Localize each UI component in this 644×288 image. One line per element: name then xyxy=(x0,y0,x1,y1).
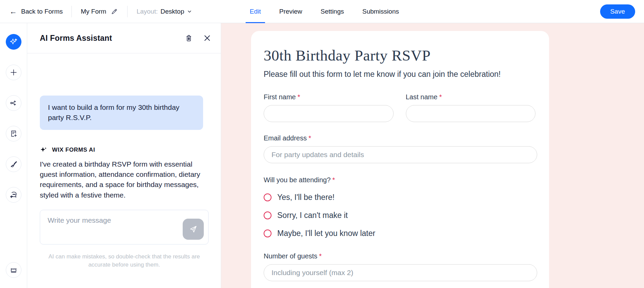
layout-value: Desktop xyxy=(161,8,184,15)
form-name-label: My Form xyxy=(81,8,106,15)
ai-assistant-button[interactable] xyxy=(6,34,21,50)
save-button[interactable]: Save xyxy=(600,4,635,19)
email-label: Email address* xyxy=(264,134,537,142)
form-name[interactable]: My Form xyxy=(81,7,118,16)
ai-disclaimer: AI can make mistakes, so double-check th… xyxy=(40,253,209,269)
form-preview-canvas: 30th Birthday Party RSVP Please fill out… xyxy=(221,23,644,288)
tab-preview[interactable]: Preview xyxy=(278,0,304,23)
close-panel-button[interactable] xyxy=(202,33,212,43)
required-asterisk: * xyxy=(439,93,442,101)
radio-button-icon[interactable] xyxy=(264,211,271,219)
plus-icon xyxy=(10,68,18,77)
left-toolbar-rail xyxy=(0,23,27,288)
branch-share-icon xyxy=(10,99,18,107)
first-name-field: First name* xyxy=(264,93,394,122)
tab-settings[interactable]: Settings xyxy=(319,0,345,23)
attending-option-yes[interactable]: Yes, I'll be there! xyxy=(264,193,535,202)
last-name-label: Last name* xyxy=(406,93,536,101)
required-asterisk: * xyxy=(319,252,322,260)
email-field: Email address* xyxy=(264,134,537,163)
first-name-input[interactable] xyxy=(264,105,394,122)
top-bar: ← Back to Forms My Form Layout: Desktop … xyxy=(0,0,644,23)
required-asterisk: * xyxy=(309,134,311,142)
radio-button-icon[interactable] xyxy=(264,193,271,201)
conditions-button[interactable] xyxy=(6,95,21,111)
guests-input[interactable] xyxy=(264,264,537,281)
document-plus-icon xyxy=(10,130,18,138)
upgrade-button[interactable] xyxy=(6,262,21,278)
attending-option-no[interactable]: Sorry, I can't make it xyxy=(264,211,535,220)
radio-button-icon[interactable] xyxy=(264,230,271,237)
divider xyxy=(127,6,128,17)
form-title: 30th Birthday Party RSVP xyxy=(264,47,535,64)
design-button[interactable] xyxy=(6,156,21,172)
divider xyxy=(71,6,72,17)
attending-label: Will you be attending?* xyxy=(264,176,535,184)
assistant-title: AI Forms Assistant xyxy=(40,34,112,43)
crown-icon xyxy=(9,266,18,274)
add-form-button[interactable] xyxy=(6,126,21,141)
ai-sparkle-icon xyxy=(40,146,47,154)
form-card[interactable]: 30th Birthday Party RSVP Please fill out… xyxy=(251,31,549,288)
assistant-header: AI Forms Assistant xyxy=(27,23,221,53)
email-input[interactable] xyxy=(264,146,537,163)
back-label: Back to Forms xyxy=(21,8,63,15)
ai-assistant-panel: AI Forms Assistant I want to build a for… xyxy=(27,23,221,288)
back-to-forms-button[interactable]: ← Back to Forms xyxy=(10,8,63,15)
add-field-button[interactable] xyxy=(6,65,21,80)
guests-label: Number of guests* xyxy=(264,252,537,260)
clear-chat-button[interactable] xyxy=(184,33,194,43)
feedback-button[interactable] xyxy=(6,187,21,203)
close-icon xyxy=(203,34,211,42)
paintbrush-icon xyxy=(10,160,18,168)
form-subtitle: Please fill out this form to let me know… xyxy=(264,70,535,79)
ai-chat-message: I've created a birthday RSVP form with e… xyxy=(40,159,209,200)
tab-edit[interactable]: Edit xyxy=(248,0,262,23)
last-name-input[interactable] xyxy=(406,105,536,122)
message-input-box xyxy=(40,210,209,244)
attending-field: Will you be attending?* Yes, I'll be the… xyxy=(264,176,535,238)
send-message-button[interactable] xyxy=(183,219,204,240)
ai-sparkle-icon xyxy=(9,37,18,46)
required-asterisk: * xyxy=(297,93,300,101)
back-arrow-icon: ← xyxy=(10,8,17,15)
layout-label: Layout: xyxy=(136,8,158,15)
attending-option-maybe[interactable]: Maybe, I'll let you know later xyxy=(264,229,535,238)
last-name-field: Last name* xyxy=(406,93,536,122)
layout-selector[interactable]: Layout: Desktop xyxy=(136,8,192,15)
required-asterisk: * xyxy=(332,176,335,184)
tab-submissions[interactable]: Submissions xyxy=(361,0,400,23)
ai-response-header: WIX FORMS AI xyxy=(40,146,208,154)
user-chat-message: I want to build a form for my 30th birth… xyxy=(40,96,203,130)
chevron-down-icon xyxy=(187,9,192,14)
rename-pencil-icon[interactable] xyxy=(110,7,118,16)
ai-name-label: WIX FORMS AI xyxy=(52,147,95,153)
trash-icon xyxy=(185,34,193,42)
chat-sparkle-icon xyxy=(9,190,18,199)
first-name-label: First name* xyxy=(264,93,394,101)
send-plane-icon xyxy=(189,225,198,234)
guests-field: Number of guests* xyxy=(264,252,537,281)
editor-tabs: Edit Preview Settings Submissions xyxy=(248,0,400,23)
